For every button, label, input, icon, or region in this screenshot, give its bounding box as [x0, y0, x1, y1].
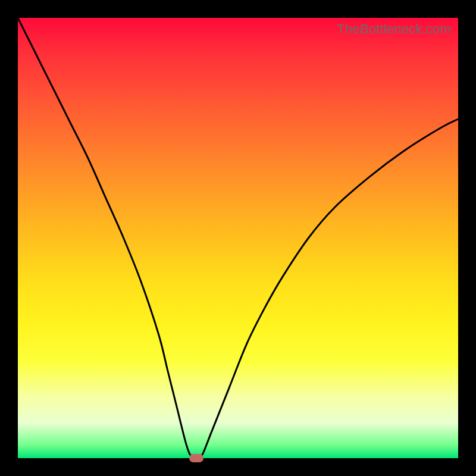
optimum-marker — [189, 454, 203, 462]
chart-frame: TheBottleneck.com — [0, 0, 476, 476]
curve-svg — [18, 18, 458, 458]
bottleneck-curve-path — [18, 18, 458, 458]
plot-area: TheBottleneck.com — [18, 18, 458, 458]
